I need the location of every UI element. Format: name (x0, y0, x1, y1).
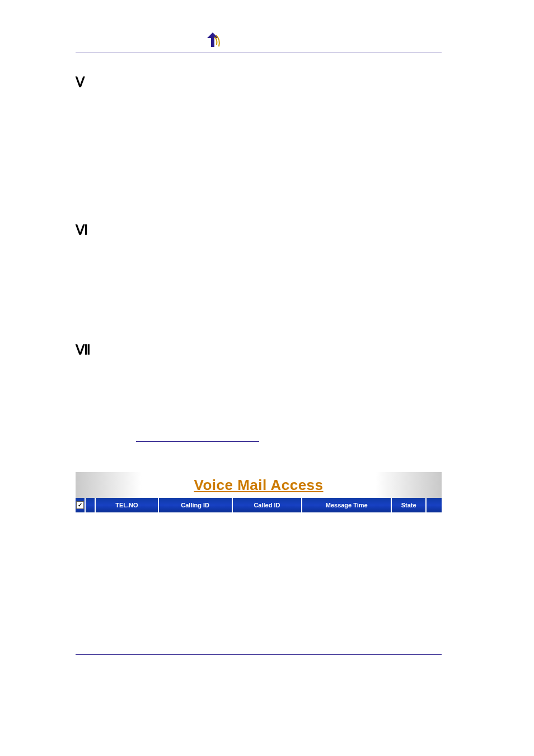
column-message-time[interactable]: Message Time (302, 498, 392, 512)
link-underline (136, 441, 259, 442)
section-numeral: Ⅴ (76, 76, 85, 89)
checkbox-icon: ✓ (76, 501, 84, 509)
logo-icon (203, 32, 223, 49)
voicemail-title: Voice Mail Access (194, 477, 323, 494)
footer-divider (76, 654, 442, 655)
voicemail-titlebar: Voice Mail Access (76, 472, 442, 498)
column-state[interactable]: State (392, 498, 427, 512)
header-divider (76, 35, 442, 53)
column-tel[interactable]: TEL.NO (96, 498, 159, 512)
column-called-id[interactable]: Called ID (233, 498, 303, 512)
section-5: Ⅴ (76, 76, 442, 201)
section-numeral: Ⅵ (76, 223, 88, 237)
select-all-checkbox[interactable]: ✓ (76, 498, 86, 512)
column-actions (427, 498, 442, 512)
status-column-header (86, 498, 96, 512)
section-6: Ⅵ (76, 223, 442, 321)
section-numeral: Ⅶ (76, 343, 91, 357)
section-7: Ⅶ (76, 343, 442, 444)
column-calling-id[interactable]: Calling ID (159, 498, 233, 512)
voicemail-panel: Voice Mail Access ✓ TEL.NO Calling ID Ca… (76, 472, 442, 512)
voicemail-header-row: ✓ TEL.NO Calling ID Called ID Message Ti… (76, 498, 442, 512)
